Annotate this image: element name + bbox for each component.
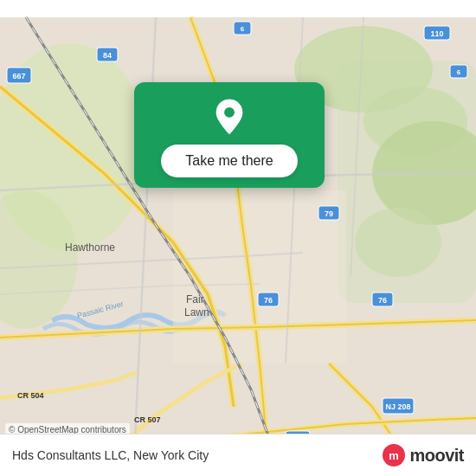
svg-text:667: 667 [12, 72, 25, 80]
svg-text:NJ 208: NJ 208 [385, 402, 410, 411]
popup-card: Take me there [134, 82, 325, 188]
svg-text:CR 504: CR 504 [17, 391, 44, 400]
svg-text:Hawthorne: Hawthorne [65, 241, 115, 254]
map-container[interactable]: 667 84 6 110 6 9 79 76 76 CR 504 CR 507 … [0, 0, 476, 476]
svg-text:Lawn: Lawn [184, 306, 209, 318]
svg-text:6: 6 [241, 25, 245, 33]
moovit-brand-text: moovit [409, 446, 464, 466]
svg-text:110: 110 [430, 29, 443, 38]
bottom-bar: Hds Consultants LLC, New York City m moo… [0, 434, 476, 476]
svg-text:79: 79 [325, 209, 333, 218]
svg-text:Fair: Fair [186, 293, 204, 306]
svg-point-38 [224, 107, 235, 118]
location-label: Hds Consultants LLC, New York City [12, 448, 209, 462]
moovit-logo: m moovit [382, 443, 464, 467]
map-background: 667 84 6 110 6 9 79 76 76 CR 504 CR 507 … [0, 0, 476, 476]
svg-text:CR 507: CR 507 [134, 415, 161, 424]
svg-text:6: 6 [457, 68, 461, 76]
svg-rect-5 [338, 61, 476, 303]
take-me-there-button[interactable]: Take me there [161, 145, 297, 177]
svg-text:84: 84 [103, 51, 112, 60]
svg-text:76: 76 [378, 296, 387, 305]
moovit-icon: m [382, 443, 406, 467]
svg-text:m: m [389, 449, 400, 462]
location-pin-icon [210, 98, 248, 136]
svg-text:76: 76 [264, 296, 273, 305]
